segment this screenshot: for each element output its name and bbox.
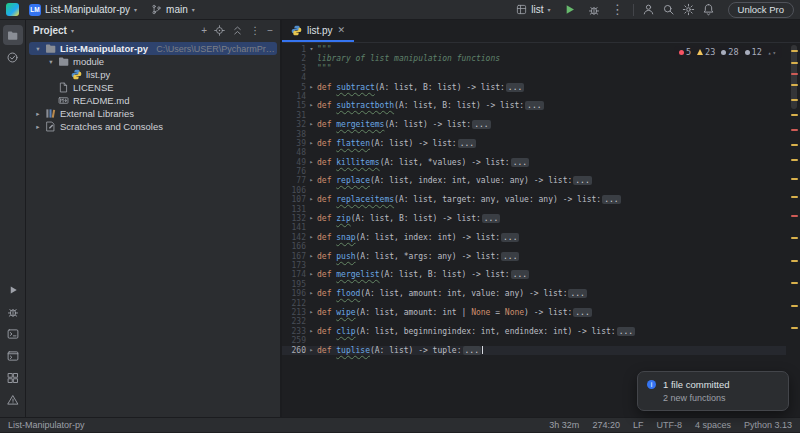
branch-selector[interactable]: main ▾: [147, 2, 199, 17]
locate-icon[interactable]: [214, 25, 225, 36]
more-actions-button[interactable]: ⋮: [609, 1, 627, 19]
code-line[interactable]: 15▸def subtractboth(A: list, B: list) ->…: [282, 101, 786, 110]
tree-chevron-icon[interactable]: ▾: [34, 45, 42, 53]
code-line[interactable]: 232: [282, 317, 786, 326]
code-editor[interactable]: 1▾"""2library of list manipulation funct…: [282, 43, 800, 417]
code-line[interactable]: 107▸def replaceitems(A: list, target: an…: [282, 195, 786, 204]
fold-toggle-icon[interactable]: ▸: [306, 139, 317, 148]
code-line[interactable]: 174▸def mergelist(A: list, B: list) -> l…: [282, 270, 786, 279]
code-line[interactable]: 38: [282, 130, 786, 139]
code-line[interactable]: 195: [282, 280, 786, 289]
code-line[interactable]: 132▸def zip(A: list, B: list) -> list:..…: [282, 214, 786, 223]
fold-toggle-icon[interactable]: ▸: [306, 346, 317, 355]
fold-toggle-icon[interactable]: ▸: [306, 270, 317, 279]
fold-toggle-icon[interactable]: ▸: [306, 327, 317, 336]
code-line[interactable]: 213▸def wipe(A: list, amount: int | None…: [282, 308, 786, 317]
code-line[interactable]: 212: [282, 299, 786, 308]
inspections-widget[interactable]: 5232812▴▾: [674, 46, 782, 58]
fold-toggle-icon[interactable]: ▸: [306, 252, 317, 261]
code-line[interactable]: 32▸def mergeitems(A: list) -> list:...: [282, 120, 786, 129]
tool-project-icon[interactable]: [3, 25, 23, 45]
tree-item-readme-md[interactable]: README.md: [29, 94, 277, 107]
status-4-spaces[interactable]: 4 spaces: [695, 420, 731, 430]
tab-list-py[interactable]: list.py ✕: [282, 20, 354, 42]
code-line[interactable]: 131: [282, 205, 786, 214]
notifications-icon[interactable]: [700, 1, 718, 19]
fold-toggle-icon[interactable]: ▸: [306, 101, 317, 110]
code-line[interactable]: 76: [282, 167, 786, 176]
warning-indicator[interactable]: 23: [697, 47, 715, 57]
code-line[interactable]: 31: [282, 111, 786, 120]
code-line[interactable]: 3""": [282, 64, 786, 73]
fold-toggle-icon[interactable]: ▸: [306, 214, 317, 223]
code-line[interactable]: 14: [282, 92, 786, 101]
code-line[interactable]: 166: [282, 242, 786, 251]
add-icon[interactable]: +: [201, 26, 207, 36]
status-project-name[interactable]: List-Manipulator-py: [8, 420, 85, 430]
commit-notification[interactable]: i 1 file committed 2 new functions: [637, 371, 789, 411]
code-line[interactable]: 173: [282, 261, 786, 270]
status-lf[interactable]: LF: [633, 420, 644, 430]
code-line[interactable]: 106: [282, 186, 786, 195]
code-line[interactable]: 233▸def clip(A: list, beginningindex: in…: [282, 327, 786, 336]
close-tab-icon[interactable]: ✕: [338, 25, 346, 35]
status-utf-8[interactable]: UTF-8: [656, 420, 682, 430]
fold-toggle-icon[interactable]: ▸: [306, 308, 317, 317]
hide-icon[interactable]: −: [267, 26, 273, 36]
tool-commit-icon[interactable]: [3, 47, 23, 67]
settings-icon[interactable]: [680, 1, 698, 19]
code-line[interactable]: 5▸def subtract(A: list, B: list) -> list…: [282, 83, 786, 92]
fold-toggle-icon[interactable]: ▸: [306, 83, 317, 92]
debug-button[interactable]: [585, 1, 603, 19]
project-panel-title[interactable]: Project: [33, 25, 67, 36]
typo-indicator[interactable]: 12: [745, 47, 762, 57]
tool-python-console-icon[interactable]: [3, 324, 23, 344]
fold-toggle-icon[interactable]: ▸: [306, 120, 317, 129]
tool-problems-icon[interactable]: [3, 390, 23, 410]
unlock-pro-button[interactable]: Unlock Pro: [728, 2, 794, 18]
tree-item-external-libraries[interactable]: ▸External Libraries: [29, 107, 277, 120]
collapse-all-icon[interactable]: [232, 25, 243, 36]
fold-toggle-icon[interactable]: ▾: [306, 45, 317, 54]
tree-chevron-icon[interactable]: ▾: [47, 58, 55, 66]
tool-run-icon[interactable]: [3, 280, 23, 300]
code-line[interactable]: 141: [282, 223, 786, 232]
inspection-nav-icons[interactable]: ▴▾: [768, 49, 777, 56]
code-line[interactable]: 39▸def flatten(A: list) -> list:...: [282, 139, 786, 148]
code-line[interactable]: 77▸def replace(A: list, index: int, valu…: [282, 176, 786, 185]
search-icon[interactable]: [660, 1, 678, 19]
code-line[interactable]: 48: [282, 148, 786, 157]
more-icon[interactable]: ⋮: [250, 26, 260, 36]
code-line[interactable]: 4: [282, 73, 786, 82]
fold-toggle-icon[interactable]: ▸: [306, 158, 317, 167]
tool-debug-icon[interactable]: [3, 302, 23, 322]
tree-item-list-manipulator-py[interactable]: ▾List-Manipulator-py C:\Users\USER\Pycha…: [29, 42, 277, 55]
project-selector[interactable]: LM List-Manipulator-py ▾: [25, 2, 141, 18]
fold-toggle-icon[interactable]: ▸: [306, 233, 317, 242]
tree-item-module[interactable]: ▾module: [29, 55, 277, 68]
fold-toggle-icon[interactable]: ▸: [306, 195, 317, 204]
tree-item-license[interactable]: LICENSE: [29, 81, 277, 94]
code-line[interactable]: 259: [282, 336, 786, 345]
code-line[interactable]: 49▸def killitems(A: list, *values) -> li…: [282, 158, 786, 167]
status-3h-32m[interactable]: 3h 32m: [549, 420, 579, 430]
code-line[interactable]: 260▸def tuplise(A: list) -> tuple:...: [282, 346, 786, 355]
status-python-3-13[interactable]: Python 3.13: [744, 420, 792, 430]
profile-icon[interactable]: [640, 1, 658, 19]
tree-chevron-icon[interactable]: ▸: [34, 123, 42, 131]
tree-item-list-py[interactable]: list.py: [29, 68, 277, 81]
tree-chevron-icon[interactable]: ▸: [34, 110, 42, 118]
code-line[interactable]: 142▸def snap(A: list, index: int) -> lis…: [282, 233, 786, 242]
error-indicator[interactable]: 5: [679, 47, 691, 57]
fold-toggle-icon[interactable]: ▸: [306, 289, 317, 298]
run-config-selector[interactable]: list ▾: [512, 2, 554, 17]
fold-toggle-icon[interactable]: ▸: [306, 176, 317, 185]
code-line[interactable]: 167▸def push(A: list, *args: any) -> lis…: [282, 252, 786, 261]
run-button[interactable]: [561, 1, 579, 19]
tool-terminal-icon[interactable]: [3, 346, 23, 366]
status-274-20[interactable]: 274:20: [592, 420, 620, 430]
tool-services-icon[interactable]: [3, 368, 23, 388]
tree-item-scratches-and-consoles[interactable]: ▸Scratches and Consoles: [29, 120, 277, 133]
weak-warning-indicator[interactable]: 28: [721, 47, 738, 57]
code-line[interactable]: 196▸def flood(A: list, amount: int, valu…: [282, 289, 786, 298]
